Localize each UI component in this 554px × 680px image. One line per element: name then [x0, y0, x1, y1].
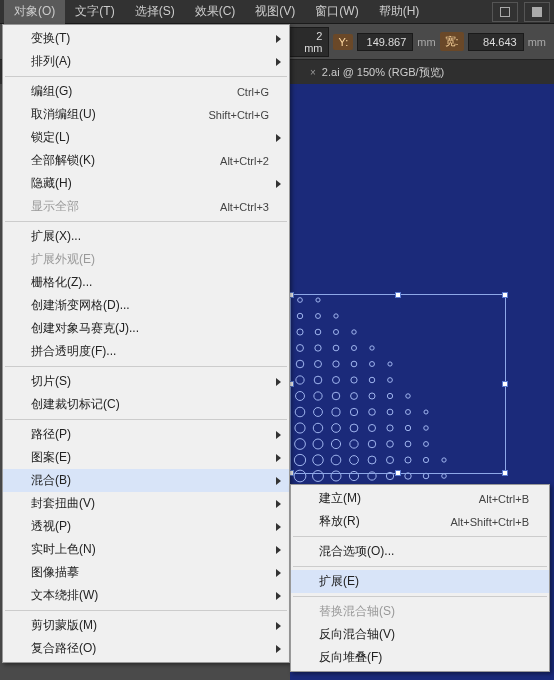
sel-handle-bm[interactable]	[395, 470, 401, 476]
submenu-arrow-icon	[276, 180, 281, 188]
object-menu-item-27[interactable]: 文本绕排(W)	[3, 584, 289, 607]
blend-submenu-separator	[293, 566, 547, 567]
blend-submenu-item-9[interactable]: 反向堆叠(F)	[291, 646, 549, 669]
object-menu-item-label: 剪切蒙版(M)	[31, 617, 269, 634]
blend-submenu-item-5[interactable]: 扩展(E)	[291, 570, 549, 593]
object-menu-item-17[interactable]: 切片(S)	[3, 370, 289, 393]
menu-object[interactable]: 对象(O)	[4, 0, 65, 24]
object-menu-item-label: 文本绕排(W)	[31, 587, 269, 604]
blend-submenu-item-3[interactable]: 混合选项(O)...	[291, 540, 549, 563]
object-menu-item-label: 路径(P)	[31, 426, 269, 443]
tab-close-icon[interactable]: ×	[310, 67, 316, 78]
object-menu-item-20[interactable]: 路径(P)	[3, 423, 289, 446]
doc-layout-icon[interactable]	[492, 2, 518, 22]
object-menu-item-0[interactable]: 变换(T)	[3, 27, 289, 50]
object-menu-item-label: 锁定(L)	[31, 129, 269, 146]
menu-view[interactable]: 视图(V)	[245, 0, 305, 24]
object-menu-item-8: 显示全部Alt+Ctrl+3	[3, 195, 289, 218]
menu-window[interactable]: 窗口(W)	[305, 0, 368, 24]
object-menu-separator	[5, 76, 287, 77]
selection-bounding-box[interactable]	[290, 294, 506, 474]
object-menu-item-label: 创建渐变网格(D)...	[31, 297, 269, 314]
object-menu-item-shortcut: Alt+Ctrl+2	[179, 155, 269, 167]
object-menu-item-14[interactable]: 创建对象马赛克(J)...	[3, 317, 289, 340]
w-field[interactable]: 84.643	[468, 33, 524, 51]
object-menu-item-label: 全部解锁(K)	[31, 152, 149, 169]
object-menu-item-label: 扩展(X)...	[31, 228, 269, 245]
blend-submenu-item-label: 释放(R)	[319, 513, 379, 530]
sel-handle-mr[interactable]	[502, 381, 508, 387]
y-unit: mm	[417, 36, 435, 48]
blend-submenu-item-1[interactable]: 释放(R)Alt+Shift+Ctrl+B	[291, 510, 549, 533]
blend-submenu-item-shortcut: Alt+Shift+Ctrl+B	[409, 516, 529, 528]
sel-handle-tm[interactable]	[395, 292, 401, 298]
submenu-arrow-icon	[276, 431, 281, 439]
object-menu-item-label: 隐藏(H)	[31, 175, 269, 192]
object-menu-item-label: 栅格化(Z)...	[31, 274, 269, 291]
submenu-arrow-icon	[276, 500, 281, 508]
object-menu-item-shortcut: Shift+Ctrl+G	[179, 109, 269, 121]
x-field-partial[interactable]: 2 mm	[289, 27, 329, 57]
blend-submenu-item-0[interactable]: 建立(M)Alt+Ctrl+B	[291, 487, 549, 510]
object-menu-item-15[interactable]: 拼合透明度(F)...	[3, 340, 289, 363]
object-menu-item-label: 实时上色(N)	[31, 541, 269, 558]
object-menu-item-29[interactable]: 剪切蒙版(M)	[3, 614, 289, 637]
blend-submenu: 建立(M)Alt+Ctrl+B释放(R)Alt+Shift+Ctrl+B混合选项…	[290, 484, 550, 672]
submenu-arrow-icon	[276, 454, 281, 462]
blend-submenu-item-shortcut: Alt+Ctrl+B	[409, 493, 529, 505]
blend-submenu-item-label: 反向混合轴(V)	[319, 626, 529, 643]
object-menu-item-18[interactable]: 创建裁切标记(C)	[3, 393, 289, 416]
object-menu-item-label: 拼合透明度(F)...	[31, 343, 269, 360]
object-menu-item-5[interactable]: 锁定(L)	[3, 126, 289, 149]
menu-type[interactable]: 文字(T)	[65, 0, 124, 24]
sel-handle-br[interactable]	[502, 470, 508, 476]
object-menu-item-label: 创建对象马赛克(J)...	[31, 320, 269, 337]
object-menu-item-label: 复合路径(O)	[31, 640, 269, 657]
blend-submenu-separator	[293, 536, 547, 537]
submenu-arrow-icon	[276, 569, 281, 577]
sel-handle-tr[interactable]	[502, 292, 508, 298]
object-menu-item-label: 排列(A)	[31, 53, 269, 70]
submenu-arrow-icon	[276, 58, 281, 66]
submenu-arrow-icon	[276, 592, 281, 600]
menu-help[interactable]: 帮助(H)	[369, 0, 430, 24]
object-menu-item-7[interactable]: 隐藏(H)	[3, 172, 289, 195]
submenu-arrow-icon	[276, 622, 281, 630]
blend-submenu-item-label: 替换混合轴(S)	[319, 603, 529, 620]
object-menu-item-3[interactable]: 编组(G)Ctrl+G	[3, 80, 289, 103]
submenu-arrow-icon	[276, 645, 281, 653]
object-menu-item-24[interactable]: 透视(P)	[3, 515, 289, 538]
object-menu-item-label: 显示全部	[31, 198, 149, 215]
submenu-arrow-icon	[276, 134, 281, 142]
object-menu-item-22[interactable]: 混合(B)	[3, 469, 289, 492]
object-menu-item-4[interactable]: 取消编组(U)Shift+Ctrl+G	[3, 103, 289, 126]
svg-point-134	[442, 474, 447, 479]
object-menu-separator	[5, 419, 287, 420]
object-menu-item-11: 扩展外观(E)	[3, 248, 289, 271]
y-field[interactable]: 149.867	[357, 33, 413, 51]
object-menu-item-1[interactable]: 排列(A)	[3, 50, 289, 73]
object-menu-item-label: 创建裁切标记(C)	[31, 396, 269, 413]
menu-select[interactable]: 选择(S)	[125, 0, 185, 24]
blend-submenu-item-8[interactable]: 反向混合轴(V)	[291, 623, 549, 646]
object-menu-item-6[interactable]: 全部解锁(K)Alt+Ctrl+2	[3, 149, 289, 172]
blend-submenu-separator	[293, 596, 547, 597]
submenu-arrow-icon	[276, 378, 281, 386]
object-menu-item-13[interactable]: 创建渐变网格(D)...	[3, 294, 289, 317]
tab-title: 2.ai @ 150% (RGB/预览)	[322, 65, 444, 80]
y-label: Y:	[333, 34, 353, 50]
object-menu-item-26[interactable]: 图像描摹	[3, 561, 289, 584]
menu-effect[interactable]: 效果(C)	[185, 0, 246, 24]
object-menu-separator	[5, 610, 287, 611]
object-menu-item-label: 取消编组(U)	[31, 106, 149, 123]
object-menu-item-21[interactable]: 图案(E)	[3, 446, 289, 469]
panel-layout-icon[interactable]	[524, 2, 550, 22]
object-menu-item-23[interactable]: 封套扭曲(V)	[3, 492, 289, 515]
document-tab[interactable]: × 2.ai @ 150% (RGB/预览)	[300, 62, 454, 83]
object-menu-item-30[interactable]: 复合路径(O)	[3, 637, 289, 660]
object-menu-item-10[interactable]: 扩展(X)...	[3, 225, 289, 248]
object-menu-item-25[interactable]: 实时上色(N)	[3, 538, 289, 561]
object-menu-item-12[interactable]: 栅格化(Z)...	[3, 271, 289, 294]
blend-submenu-item-label: 混合选项(O)...	[319, 543, 529, 560]
object-menu-item-shortcut: Alt+Ctrl+3	[179, 201, 269, 213]
